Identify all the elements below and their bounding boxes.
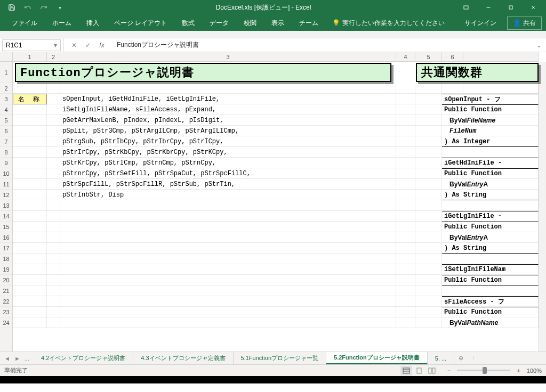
side-title-cell[interactable]: 共通関数群	[416, 63, 539, 82]
cell[interactable]	[396, 307, 415, 317]
cell[interactable]	[47, 147, 60, 158]
row-header-3[interactable]: 3	[0, 94, 12, 104]
minimize-icon[interactable]	[478, 1, 499, 14]
select-all-corner[interactable]	[0, 52, 13, 62]
row-header-23[interactable]: 23	[0, 307, 12, 317]
row-header-5[interactable]: 5	[0, 115, 12, 126]
side-cell[interactable]	[442, 147, 539, 158]
col-header-4[interactable]: 4	[396, 52, 415, 61]
side-cell[interactable]: iSetLgIniFileNam	[442, 264, 539, 275]
cell[interactable]	[396, 222, 415, 232]
insert-function-icon[interactable]: fx	[95, 40, 108, 51]
body-cell-21[interactable]	[60, 285, 396, 296]
cell[interactable]	[47, 179, 60, 190]
cell[interactable]	[13, 126, 47, 136]
tabs-menu-icon[interactable]: ⋮	[468, 355, 480, 362]
side-cell[interactable]: ) As String	[442, 243, 539, 254]
side-cell[interactable]: iGetHdIniFile -	[442, 158, 539, 168]
cell[interactable]	[415, 115, 442, 126]
tab-nav-next-icon[interactable]: ►	[13, 355, 21, 362]
enter-formula-icon[interactable]: ✓	[82, 40, 94, 51]
row-header-11[interactable]: 11	[0, 179, 12, 190]
view-page-layout-icon[interactable]	[413, 366, 425, 375]
tell-me-search[interactable]: 💡 実行したい作業を入力してください	[327, 19, 450, 28]
cell[interactable]	[13, 307, 47, 317]
cell[interactable]	[396, 264, 415, 275]
name-label-cell[interactable]: 名 称	[13, 94, 47, 104]
side-cell[interactable]	[442, 285, 539, 296]
tab-nav-ellipsis[interactable]: ...	[23, 355, 30, 362]
cell[interactable]	[396, 285, 415, 296]
cell[interactable]	[47, 94, 60, 104]
row-header-8[interactable]: 8	[0, 147, 12, 158]
zoom-level[interactable]: 100%	[527, 368, 542, 374]
cell[interactable]	[415, 222, 442, 232]
cell[interactable]	[396, 83, 415, 94]
cell[interactable]	[396, 126, 415, 136]
cell[interactable]	[13, 147, 47, 158]
tab-review[interactable]: 校閲	[237, 15, 263, 31]
cell[interactable]	[13, 168, 47, 179]
cell[interactable]	[415, 200, 442, 211]
cell[interactable]	[415, 126, 442, 136]
row-header-1[interactable]: 1	[0, 62, 12, 83]
side-cell[interactable]: ByVal Entry A	[442, 179, 539, 190]
cell[interactable]	[47, 296, 60, 307]
row-header-14[interactable]: 14	[0, 211, 12, 222]
row-header-16[interactable]: 16	[0, 232, 12, 243]
cell[interactable]	[47, 264, 60, 275]
body-cell-12[interactable]: pStrInbStr, Disp	[60, 190, 396, 200]
tab-page-layout[interactable]: ページ レイアウト	[108, 15, 173, 31]
cell[interactable]	[47, 190, 60, 200]
formula-input[interactable]: Functionプロシージャ説明書	[113, 40, 532, 50]
cell[interactable]	[13, 104, 47, 115]
cell[interactable]	[13, 275, 47, 285]
zoom-thumb[interactable]	[483, 367, 487, 374]
body-cell-9[interactable]: pStrKrCpy, pStrICmp, pStrnCmp, pStrnCpy,	[60, 158, 396, 168]
tab-insert[interactable]: 挿入	[80, 15, 106, 31]
cell[interactable]	[415, 136, 442, 147]
sheet-tab-0[interactable]: 4.2イベントプロシージャ説明書	[34, 352, 133, 364]
side-cell[interactable]: ByVal Entry A	[442, 232, 539, 243]
body-cell-15[interactable]	[60, 222, 396, 232]
cell[interactable]	[415, 317, 442, 328]
tab-nav-prev-icon[interactable]: ◄	[3, 355, 11, 362]
row-header-4[interactable]: 4	[0, 104, 12, 115]
side-cell[interactable]: ByVal PathName	[442, 317, 539, 328]
body-cell-11[interactable]: pStrSpcFillL, pStrSpcFillR, pStrSub, pSt…	[60, 179, 396, 190]
sheet-tab-2[interactable]: 5.1Functionプロシージャー覧	[234, 352, 326, 364]
name-box-dropdown-icon[interactable]: ▾	[54, 42, 57, 49]
cell[interactable]	[442, 83, 463, 94]
cell[interactable]	[47, 232, 60, 243]
cell[interactable]	[415, 147, 442, 158]
share-button[interactable]: 👤 共有	[507, 17, 542, 30]
view-normal-icon[interactable]	[400, 366, 412, 375]
cell[interactable]	[415, 83, 442, 94]
row-header-24[interactable]: 24	[0, 317, 12, 328]
maximize-icon[interactable]	[500, 1, 521, 14]
cell[interactable]	[463, 83, 539, 94]
row-header-13[interactable]: 13	[0, 200, 12, 211]
signin-button[interactable]: サインイン	[459, 17, 502, 30]
close-icon[interactable]	[523, 1, 544, 14]
cell[interactable]	[13, 254, 47, 264]
cell[interactable]	[415, 104, 442, 115]
cell[interactable]	[415, 211, 442, 222]
cell[interactable]	[47, 254, 60, 264]
cell[interactable]	[13, 179, 47, 190]
cell[interactable]	[47, 83, 60, 94]
cell[interactable]	[47, 168, 60, 179]
cell[interactable]	[13, 83, 47, 94]
side-cell[interactable]: ) As Integer	[442, 136, 539, 147]
cell[interactable]	[13, 211, 47, 222]
row-header-17[interactable]: 17	[0, 243, 12, 254]
cell[interactable]	[47, 115, 60, 126]
row-header-10[interactable]: 10	[0, 168, 12, 179]
cell[interactable]	[415, 168, 442, 179]
cell[interactable]	[396, 275, 415, 285]
cell[interactable]	[13, 190, 47, 200]
body-cell-19[interactable]	[60, 264, 396, 275]
cell[interactable]	[415, 254, 442, 264]
row-header-20[interactable]: 20	[0, 275, 12, 285]
body-cell-7[interactable]: pStrgSub, pStrIbCpy, pStrIbrCpy, pStrICp…	[60, 136, 396, 147]
